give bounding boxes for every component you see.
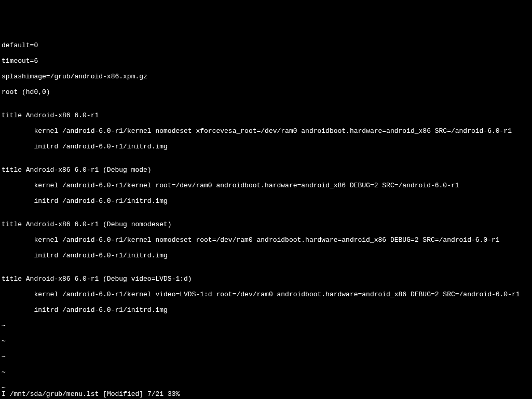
file-line[interactable]: initrd /android-6.0-r1/initrd.img — [2, 143, 530, 150]
file-line[interactable]: kernel /android-6.0-r1/kernel root=/dev/… — [2, 182, 530, 189]
empty-line-marker: ~ — [2, 368, 530, 376]
editor-viewport[interactable]: default=0 timeout=6 splashimage=/grub/an… — [2, 34, 530, 399]
cursor-position: 7/21 — [147, 390, 163, 398]
empty-line-marker: ~ — [2, 337, 530, 345]
status-bar: I /mnt/sda/grub/menu.lst [Modified] 7/21… — [2, 390, 180, 398]
file-line[interactable]: initrd /android-6.0-r1/initrd.img — [2, 252, 530, 259]
scroll-percent: 33% — [168, 390, 180, 398]
file-line[interactable]: title Android-x86 6.0-r1 (Debug video=LV… — [2, 275, 530, 283]
file-path: /mnt/sda/grub/menu.lst — [10, 390, 99, 398]
file-line[interactable]: root (hd0,0) — [2, 88, 530, 96]
file-line[interactable]: title Android-x86 6.0-r1 (Debug mode) — [2, 166, 530, 174]
file-line[interactable]: default=0 — [2, 42, 530, 49]
empty-line-marker: ~ — [2, 322, 530, 329]
modified-indicator: [Modified] — [103, 390, 143, 398]
editor-mode: I — [2, 390, 6, 398]
file-line[interactable]: kernel /android-6.0-r1/kernel video=LVDS… — [2, 291, 530, 298]
file-line[interactable]: splashimage=/grub/android-x86.xpm.gz — [2, 73, 530, 80]
file-line[interactable]: kernel /android-6.0-r1/kernel nomodeset … — [2, 127, 530, 135]
file-line[interactable]: title Android-x86 6.0-r1 — [2, 112, 530, 119]
file-line[interactable]: initrd /android-6.0-r1/initrd.img — [2, 197, 530, 205]
file-line[interactable]: title Android-x86 6.0-r1 (Debug nomodese… — [2, 221, 530, 228]
empty-line-marker: ~ — [2, 353, 530, 361]
file-line[interactable]: timeout=6 — [2, 57, 530, 65]
file-line[interactable]: initrd /android-6.0-r1/initrd.img — [2, 306, 530, 314]
file-line[interactable]: kernel /android-6.0-r1/kernel nomodeset … — [2, 236, 530, 244]
